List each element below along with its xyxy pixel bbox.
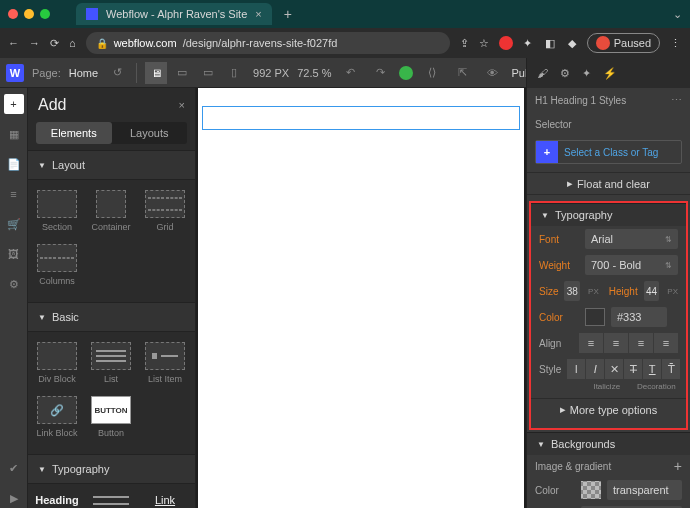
color-input[interactable]: #333 xyxy=(611,307,667,327)
breakpoint-desktop-icon[interactable]: 🖥 xyxy=(145,62,167,84)
el-divblock[interactable]: Div Block xyxy=(32,338,82,388)
tab-effects-icon[interactable]: ⚡ xyxy=(603,67,617,80)
el-listitem[interactable]: List Item xyxy=(140,338,190,388)
assets-icon[interactable]: 🖼 xyxy=(4,244,24,264)
extension-adblock-icon[interactable] xyxy=(499,36,513,50)
tab-settings-icon[interactable]: ⚙ xyxy=(560,67,570,80)
el-heading[interactable]: HeadingHeading xyxy=(32,490,82,508)
extension-icon-2[interactable]: ◆ xyxy=(565,36,579,50)
address-bar[interactable]: 🔒 webflow.com/design/alphr-ravens-site-f… xyxy=(86,32,450,54)
selected-heading-element[interactable] xyxy=(202,106,520,130)
tab-layouts[interactable]: Layouts xyxy=(112,122,188,144)
canvas-width[interactable]: 992 PX xyxy=(253,67,289,79)
add-bg-icon[interactable]: + xyxy=(674,458,682,474)
tab-style-icon[interactable]: 🖌 xyxy=(537,67,548,79)
el-container[interactable]: Container xyxy=(86,186,136,236)
align-right-icon[interactable]: ≡ xyxy=(629,333,653,353)
page-name[interactable]: Home xyxy=(69,67,98,79)
avatar-icon xyxy=(596,36,610,50)
el-grid[interactable]: Grid xyxy=(140,186,190,236)
tab-interactions-icon[interactable]: ✦ xyxy=(582,67,591,80)
height-label: Height xyxy=(609,286,638,297)
italic-icon[interactable]: I xyxy=(586,359,604,379)
bg-swatch[interactable] xyxy=(581,481,601,499)
lineheight-input[interactable]: 44 xyxy=(644,281,660,301)
cms-icon[interactable]: ≡ xyxy=(4,184,24,204)
preview-icon[interactable]: 👁 xyxy=(481,62,503,84)
audit-icon[interactable]: ✔ xyxy=(4,458,24,478)
video-icon[interactable]: ▶ xyxy=(4,488,24,508)
mac-close[interactable] xyxy=(8,9,18,19)
pages-icon[interactable]: 📄 xyxy=(4,154,24,174)
star-icon[interactable]: ☆ xyxy=(479,37,489,50)
size-input[interactable]: 38 xyxy=(564,281,580,301)
share-icon[interactable]: ⇪ xyxy=(460,37,469,50)
add-panel: Add × Elements Layouts ▼Layout Section C… xyxy=(28,88,196,508)
float-clear-toggle[interactable]: ▸Float and clear xyxy=(527,172,690,195)
extension-icon[interactable]: ◧ xyxy=(543,36,557,50)
backgrounds-accordion[interactable]: ▼Backgrounds xyxy=(527,432,690,455)
el-linkblock[interactable]: 🔗Link Block xyxy=(32,392,82,442)
extensions-icon[interactable]: ✦ xyxy=(521,36,535,50)
underline-icon[interactable]: T xyxy=(643,359,661,379)
none-deco-icon[interactable]: ✕ xyxy=(605,359,623,379)
mac-zoom[interactable] xyxy=(40,9,50,19)
section-typography-header[interactable]: ▼Typography xyxy=(28,454,195,484)
section-layout-header[interactable]: ▼Layout xyxy=(28,150,195,180)
align-left-icon[interactable]: ≡ xyxy=(579,333,603,353)
chrome-menu-icon[interactable]: ⋮ xyxy=(668,36,682,50)
home-button[interactable]: ⌂ xyxy=(69,37,76,49)
mac-minimize[interactable] xyxy=(24,9,34,19)
add-tab-icon[interactable]: + xyxy=(4,94,24,114)
typography-accordion[interactable]: ▼Typography xyxy=(531,203,686,226)
weight-select[interactable]: 700 - Bold⇅ xyxy=(585,255,678,275)
redo-icon[interactable]: ↷ xyxy=(369,62,391,84)
forward-button[interactable]: → xyxy=(29,37,40,49)
more-icon[interactable]: ⋯ xyxy=(671,94,682,107)
class-selector-input[interactable]: + Select a Class or Tag xyxy=(535,140,682,164)
tab-close-icon[interactable]: × xyxy=(255,8,261,20)
webflow-logo[interactable]: W xyxy=(6,64,24,82)
el-section[interactable]: Section xyxy=(32,186,82,236)
more-type-toggle[interactable]: ▸More type options xyxy=(531,398,686,420)
new-tab-button[interactable]: + xyxy=(284,6,292,22)
el-button[interactable]: BUTTONButton xyxy=(86,392,136,442)
browser-tab[interactable]: Webflow - Alphr Raven's Site × xyxy=(76,3,272,25)
bg-color-input[interactable]: transparent xyxy=(607,480,682,500)
ecommerce-icon[interactable]: 🛒 xyxy=(4,214,24,234)
color-swatch[interactable] xyxy=(585,308,605,326)
align-center-icon[interactable]: ≡ xyxy=(604,333,628,353)
selector-heading: H1 Heading 1 Styles xyxy=(535,95,626,106)
settings-rail-icon[interactable]: ⚙ xyxy=(4,274,24,294)
close-icon[interactable]: × xyxy=(179,99,185,111)
class-placeholder: Select a Class or Tag xyxy=(558,147,664,158)
undo-icon[interactable]: ↶ xyxy=(339,62,361,84)
reload-button[interactable]: ⟳ xyxy=(50,37,59,50)
back-button[interactable]: ← xyxy=(8,37,19,49)
canvas-zoom[interactable]: 72.5 % xyxy=(297,67,331,79)
font-select[interactable]: Arial⇅ xyxy=(585,229,678,249)
align-justify-icon[interactable]: ≡ xyxy=(654,333,678,353)
navigator-icon[interactable]: ▦ xyxy=(4,124,24,144)
el-textlink[interactable]: LinkText Link xyxy=(140,490,190,508)
tab-elements[interactable]: Elements xyxy=(36,122,112,144)
breakpoint-mobile-land-icon[interactable]: ▭ xyxy=(197,62,219,84)
el-paragraph[interactable]: Paragraph xyxy=(86,490,136,508)
textstyle-segmented: I I ✕ T̶ T T̄ xyxy=(567,359,680,379)
regular-icon[interactable]: I xyxy=(567,359,585,379)
url-domain: webflow.com xyxy=(114,37,177,49)
overline-icon[interactable]: T̄ xyxy=(662,359,680,379)
strike-icon[interactable]: T̶ xyxy=(624,359,642,379)
profile-paused-pill[interactable]: Paused xyxy=(587,33,660,53)
code-icon[interactable]: ⟨⟩ xyxy=(421,62,443,84)
el-columns[interactable]: Columns xyxy=(32,240,82,290)
el-list[interactable]: List xyxy=(86,338,136,388)
caret-icon: ▼ xyxy=(38,313,46,322)
revisions-icon[interactable]: ↺ xyxy=(106,62,128,84)
export-icon[interactable]: ⇱ xyxy=(451,62,473,84)
breakpoint-tablet-icon[interactable]: ▭ xyxy=(171,62,193,84)
section-basic-header[interactable]: ▼Basic xyxy=(28,302,195,332)
breakpoint-mobile-icon[interactable]: ▯ xyxy=(223,62,245,84)
tabs-dropdown-icon[interactable]: ⌄ xyxy=(673,8,682,21)
canvas[interactable] xyxy=(198,88,524,508)
